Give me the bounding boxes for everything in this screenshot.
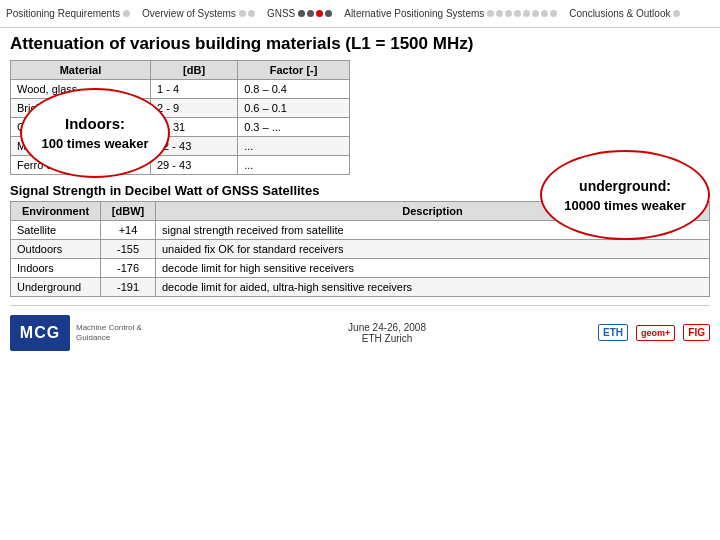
desc-cell: unaided fix OK for standard receivers [156,240,710,259]
dbw-cell: -176 [101,259,156,278]
footer-left: MCG Machine Control & Guidance [10,315,176,351]
sig-col-env: Environment [11,202,101,221]
table-row: Metal, wall 12 - 43 ... [11,137,350,156]
material-cell: Concrete, metal [11,118,151,137]
env-cell: Satellite [11,221,101,240]
nav-conclusions[interactable]: Conclusions & Outlook [569,8,680,19]
eth-logo: ETH [598,324,628,341]
footer: MCG Machine Control & Guidance June 24-2… [10,305,710,355]
nav-gnss[interactable]: GNSS [267,8,332,19]
db-cell: 2 - 9 [151,99,238,118]
page-title: Attenuation of various building material… [10,34,710,54]
env-cell: Outdoors [11,240,101,259]
factor-cell: 0.3 – ... [238,118,350,137]
fig-logo: FIG [683,324,710,341]
factor-cell: ... [238,156,350,175]
footer-date: June 24-26, 2008 ETH Zurich [348,322,426,344]
dbw-cell: -191 [101,278,156,297]
signal-table: Environment [dBW] Description Satellite … [10,201,710,297]
table-row: Concrete, metal 5 - 31 0.3 – ... [11,118,350,137]
signal-section-title: Signal Strength in Decibel Watt of GNSS … [10,183,710,198]
nav-overview[interactable]: Overview of Systems [142,8,255,19]
dbw-cell: +14 [101,221,156,240]
table-row: Underground -191 decode limit for aided,… [11,278,710,297]
col-db: [dB] [151,61,238,80]
col-factor: Factor [-] [238,61,350,80]
attenuation-table-container: Material [dB] Factor [-] Wood, glass 1 -… [10,60,350,175]
table-row: Satellite +14 signal strength received f… [11,221,710,240]
desc-cell: decode limit for high sensitive receiver… [156,259,710,278]
db-cell: 5 - 31 [151,118,238,137]
material-cell: Metal, wall [11,137,151,156]
sig-col-desc: Description [156,202,710,221]
col-material: Material [11,61,151,80]
nav-alternative[interactable]: Alternative Positioning Systems [344,8,557,19]
material-cell: Brick, marble [11,99,151,118]
nav-positioning[interactable]: Positioning Requirements [6,8,130,19]
db-cell: 29 - 43 [151,156,238,175]
material-cell: Ferro concrete [11,156,151,175]
desc-cell: signal strength received from satellite [156,221,710,240]
attenuation-table: Material [dB] Factor [-] Wood, glass 1 -… [10,60,350,175]
db-cell: 1 - 4 [151,80,238,99]
table-row: Brick, marble 2 - 9 0.6 – 0.1 [11,99,350,118]
env-cell: Underground [11,278,101,297]
sig-col-dbw: [dBW] [101,202,156,221]
table-row: Outdoors -155 unaided fix OK for standar… [11,240,710,259]
factor-cell: 0.8 – 0.4 [238,80,350,99]
main-content: Attenuation of various building material… [0,28,720,361]
factor-cell: ... [238,137,350,156]
db-cell: 12 - 43 [151,137,238,156]
table-row: Indoors -176 decode limit for high sensi… [11,259,710,278]
factor-cell: 0.6 – 0.1 [238,99,350,118]
footer-logos: ETH geom+ FIG [598,324,710,341]
table-row: Wood, glass 1 - 4 0.8 – 0.4 [11,80,350,99]
desc-cell: decode limit for aided, ultra-high sensi… [156,278,710,297]
geom-logo: geom+ [636,325,675,341]
mcg-tagline: Machine Control & Guidance [76,323,176,342]
material-cell: Wood, glass [11,80,151,99]
mcg-logo: MCG [10,315,70,351]
nav-bar: Positioning Requirements Overview of Sys… [0,0,720,28]
tables-container: Material [dB] Factor [-] Wood, glass 1 -… [10,60,710,175]
table-row: Ferro concrete 29 - 43 ... [11,156,350,175]
dbw-cell: -155 [101,240,156,259]
signal-section: Signal Strength in Decibel Watt of GNSS … [10,183,710,297]
env-cell: Indoors [11,259,101,278]
